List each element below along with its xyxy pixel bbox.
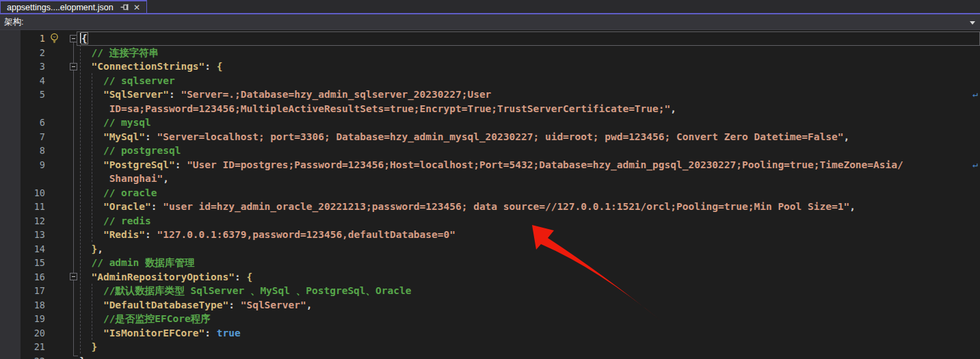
code-line[interactable]: // sqlserver (77, 74, 980, 88)
glyph-margin (0, 30, 21, 359)
code-line[interactable]: "Oracle": "user id=hzy_admin_oracle_2022… (77, 200, 980, 214)
code-line[interactable]: ID=sa;Password=123456;MultipleActiveResu… (77, 102, 980, 116)
code-line[interactable]: "DefaultDatabaseType": "SqlServer", (77, 298, 980, 313)
pin-icon[interactable] (119, 2, 130, 12)
line-number: 9 (40, 158, 45, 172)
line-number-gutter: 12345678910111213141516171819202122 (21, 30, 47, 359)
vs-editor-window: appsettings....elopment.json ✕ 架构: 12345… (0, 0, 980, 359)
close-icon[interactable]: ✕ (131, 2, 142, 12)
line-number: 18 (34, 298, 45, 313)
line-number: 13 (34, 228, 45, 242)
code-line[interactable]: // postgresql (77, 144, 980, 158)
code-line[interactable]: "IsMonitorEFCore": true (77, 326, 980, 341)
code-line[interactable]: } (77, 340, 980, 354)
code-line[interactable]: "PostgreSql": "User ID=postgres;Password… (77, 158, 980, 172)
schema-label: 架构: (0, 16, 29, 28)
line-number: 16 (34, 270, 45, 284)
line-number: 4 (40, 74, 45, 88)
code-line[interactable]: "Redis": "127.0.0.1:6379,password=123456… (77, 228, 980, 242)
tab-bar: appsettings....elopment.json ✕ (0, 0, 980, 14)
code-line[interactable]: // oracle (77, 186, 980, 200)
line-number: 19 (34, 312, 45, 326)
line-number: 5 (40, 88, 45, 102)
code-line[interactable]: "MySql": "Server=localhost; port=3306; D… (77, 130, 980, 144)
code-rows: {// 连接字符串"ConnectionStrings": {// sqlser… (77, 30, 980, 359)
code-line[interactable]: // 连接字符串 (77, 46, 980, 60)
line-number: 22 (34, 354, 45, 359)
code-editor[interactable]: 12345678910111213141516171819202122 {// … (0, 30, 980, 359)
word-wrap-icon: ↵ (972, 88, 978, 102)
line-number: 7 (40, 130, 45, 144)
chevron-down-icon (970, 21, 975, 25)
code-line[interactable]: { (77, 31, 980, 46)
line-number: 3 (40, 59, 45, 74)
code-line[interactable]: "SqlServer": "Server=.;Database=hzy_admi… (77, 88, 980, 102)
word-wrap-icon: ↵ (972, 158, 978, 172)
fold-scope-line (73, 42, 74, 356)
code-line[interactable]: } (77, 354, 980, 359)
code-line[interactable]: //是否监控EFCore程序 (77, 312, 980, 326)
schema-dropdown[interactable] (29, 14, 980, 29)
code-line[interactable]: }, (77, 242, 980, 256)
line-number: 15 (34, 256, 45, 270)
lightbulb-icon[interactable] (49, 33, 60, 44)
code-line[interactable]: // redis (77, 214, 980, 228)
line-number: 10 (34, 186, 45, 200)
line-number: 2 (40, 46, 45, 60)
code-line[interactable]: // admin 数据库管理 (77, 256, 980, 270)
line-number: 8 (40, 144, 45, 158)
code-line[interactable]: "AdminRepositoryOptions": { (77, 270, 980, 284)
line-number: 14 (34, 242, 45, 256)
line-number: 6 (40, 116, 45, 130)
code-line[interactable]: //默认数据库类型 SqlServer 、MySql 、PostgreSql、O… (77, 284, 980, 298)
line-number: 17 (34, 284, 45, 298)
line-number: 12 (34, 214, 45, 228)
line-number: 11 (34, 200, 45, 214)
code-line[interactable]: "ConnectionStrings": { (77, 59, 980, 74)
tab-appsettings[interactable]: appsettings....elopment.json ✕ (0, 0, 147, 13)
line-number: 21 (34, 340, 45, 354)
code-line[interactable]: // mysql (77, 116, 980, 130)
tab-title: appsettings....elopment.json (7, 3, 118, 12)
schema-bar: 架构: (0, 14, 980, 30)
code-line[interactable]: Shanghai", (77, 172, 980, 186)
line-number: 20 (34, 326, 45, 341)
line-number: 1 (40, 31, 45, 46)
